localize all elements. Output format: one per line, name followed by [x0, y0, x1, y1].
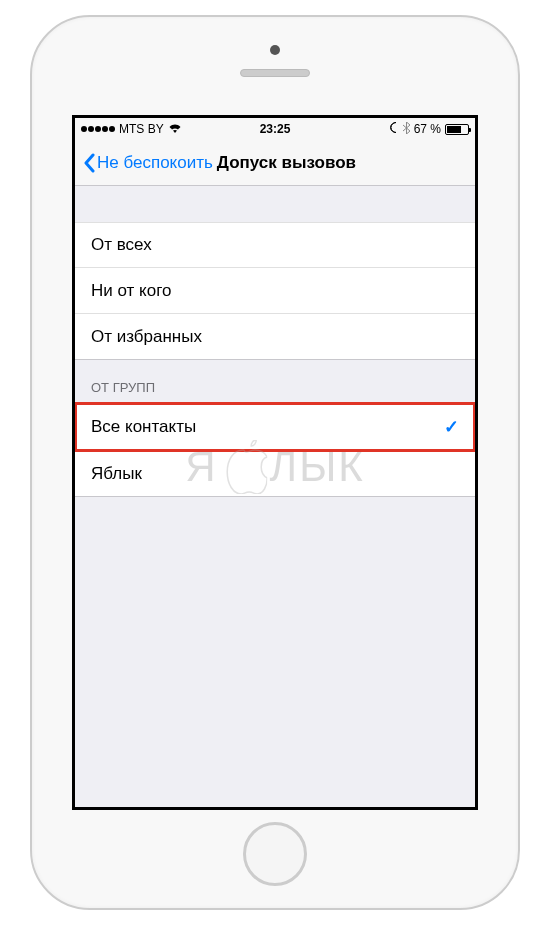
option-label: Ни от кого: [91, 281, 171, 301]
wifi-icon: [168, 122, 182, 136]
carrier-label: MTS BY: [119, 122, 164, 136]
moon-icon: [388, 122, 399, 136]
status-left: MTS BY: [81, 122, 182, 136]
signal-strength-icon: [81, 126, 115, 132]
nav-bar: Не беспокоить Допуск вызовов: [75, 140, 475, 186]
option-label: Яблык: [91, 464, 142, 484]
checkmark-icon: ✓: [444, 416, 459, 438]
option-everyone[interactable]: От всех: [75, 222, 475, 268]
bluetooth-icon: [403, 122, 410, 137]
home-button[interactable]: [243, 822, 307, 886]
option-label: От избранных: [91, 327, 202, 347]
option-favorites[interactable]: От избранных: [75, 314, 475, 360]
battery-icon: [445, 124, 469, 135]
allow-calls-section: От всех Ни от кого От избранных: [75, 186, 475, 360]
nav-title: Допуск вызовов: [217, 153, 356, 173]
status-time: 23:25: [260, 122, 291, 136]
back-button[interactable]: Не беспокоить: [83, 153, 213, 173]
status-bar: MTS BY 23:25 67 %: [75, 118, 475, 140]
groups-section: ОТ ГРУПП Все контакты ✓ Яблык: [75, 360, 475, 497]
phone-screen: MTS BY 23:25 67 %: [72, 115, 478, 810]
status-right: 67 %: [388, 122, 469, 137]
option-no-one[interactable]: Ни от кого: [75, 268, 475, 314]
option-label: Все контакты: [91, 417, 196, 437]
option-label: От всех: [91, 235, 152, 255]
chevron-back-icon: [83, 153, 95, 173]
front-camera: [270, 45, 280, 55]
option-all-contacts[interactable]: Все контакты ✓: [75, 403, 475, 451]
section-header: ОТ ГРУПП: [75, 360, 475, 403]
battery-percent-label: 67 %: [414, 122, 441, 136]
back-label: Не беспокоить: [97, 153, 213, 173]
option-yablyk[interactable]: Яблык: [75, 451, 475, 497]
phone-speaker: [240, 69, 310, 77]
phone-frame: MTS BY 23:25 67 %: [30, 15, 520, 910]
